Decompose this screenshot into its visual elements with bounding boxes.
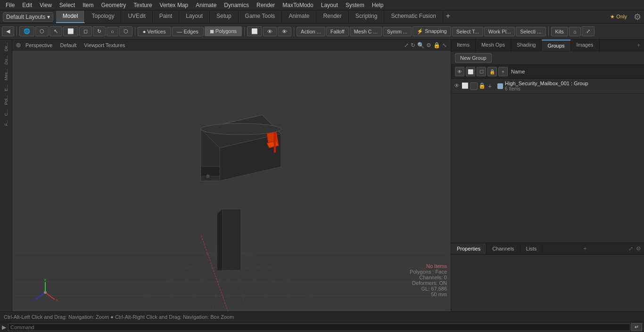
menu-edit[interactable]: Edit	[18, 1, 36, 9]
viewport-perspective[interactable]: Perspective	[23, 41, 55, 49]
command-go-button[interactable]: ↵	[631, 323, 642, 331]
toolbar-kits[interactable]: Kits	[551, 27, 568, 36]
menu-geometry[interactable]: Geometry	[98, 1, 130, 9]
groups-list[interactable]: 👁 ⬜ 🔒 + High_Security_Mailbox_001 : Grou…	[451, 79, 644, 243]
new-group-button[interactable]: New Group	[455, 53, 492, 63]
group-eye-icon[interactable]: 👁	[454, 82, 462, 90]
viewport-icon-settings[interactable]: ⚙	[426, 42, 431, 49]
toolbar-symmetry[interactable]: Symm ...	[383, 27, 412, 36]
sidebar-item-e[interactable]: E...	[3, 83, 9, 93]
toolbar-expand[interactable]: ⤢	[582, 26, 594, 36]
viewport-icon-zoom[interactable]: 🔍	[417, 42, 424, 49]
layout-tab-schematic-fusion[interactable]: Schematic Fusion	[384, 11, 443, 23]
group-render-icon[interactable]: ⬜	[462, 82, 469, 90]
toolbar-shield[interactable]: ⬡	[119, 26, 132, 36]
prop-tab-properties[interactable]: Properties	[451, 243, 487, 254]
menu-select[interactable]: Select	[56, 1, 79, 9]
canvas-area[interactable]: No Items Polygons : Face Channels: 0 Def…	[12, 51, 451, 311]
menu-animate[interactable]: Animate	[192, 1, 220, 9]
toolbar-select-rect[interactable]: ⬜	[63, 26, 78, 36]
viewport[interactable]: Perspective Default Viewport Textures ⤢ …	[12, 40, 451, 311]
prop-tab-lists[interactable]: Lists	[520, 243, 543, 254]
command-input[interactable]	[8, 324, 630, 331]
right-tab-items[interactable]: Items	[451, 40, 476, 51]
toolbar-action[interactable]: Action ...	[297, 27, 325, 36]
list-plus-icon[interactable]: +	[498, 67, 508, 76]
sidebar-item-de[interactable]: De...	[3, 40, 9, 53]
toolbar-edges[interactable]: — Edges	[172, 27, 204, 36]
default-layouts-button[interactable]: Default Layouts ▾	[3, 12, 53, 22]
toolbar-lasso[interactable]: ⬡	[35, 26, 49, 36]
group-row-mailbox[interactable]: 👁 ⬜ 🔒 + High_Security_Mailbox_001 : Grou…	[451, 79, 644, 94]
menu-system[interactable]: System	[342, 1, 368, 9]
toolbar-select-tool[interactable]: Select T...	[452, 27, 483, 36]
layout-tab-topology[interactable]: Topology	[85, 11, 121, 23]
menu-help[interactable]: Help	[368, 1, 388, 9]
prop-settings-icon[interactable]: ⚙	[635, 244, 642, 253]
layout-tab-model[interactable]: Model	[56, 11, 85, 23]
layout-tab-paint[interactable]: Paint	[153, 11, 179, 23]
toolbar-arrow[interactable]: ↖	[50, 26, 62, 36]
layout-settings-icon[interactable]: ⚙	[631, 11, 644, 23]
list-lock-icon[interactable]: 🔒	[487, 67, 497, 76]
toolbar-select-lasso2[interactable]: ◻	[79, 26, 92, 36]
toolbar-selection[interactable]: Selecti ...	[516, 27, 545, 36]
list-check-icon[interactable]: ☐	[477, 67, 486, 76]
sidebar-item-mes[interactable]: Mes...	[3, 67, 9, 82]
toolbar-rotate[interactable]: ↻	[93, 26, 106, 36]
list-render-icon[interactable]: ⬜	[466, 67, 475, 76]
layout-tab-render[interactable]: Render	[316, 11, 348, 23]
right-tab-images[interactable]: Images	[571, 40, 600, 51]
list-eye-icon[interactable]: 👁	[455, 67, 464, 76]
star-only-label[interactable]: ★ Only	[606, 13, 631, 21]
prop-tab-channels[interactable]: Channels	[487, 243, 520, 254]
toolbar-globe[interactable]: 🌐	[19, 26, 34, 36]
layout-tab-setup[interactable]: Setup	[210, 11, 238, 23]
toolbar-eye2[interactable]: 👁	[278, 27, 291, 36]
menu-file[interactable]: File	[2, 1, 18, 9]
right-tab-shading[interactable]: Shading	[511, 40, 542, 51]
toolbar-home[interactable]: ⌂	[569, 27, 581, 36]
sidebar-item-du[interactable]: Du...	[3, 54, 9, 66]
menu-render[interactable]: Render	[253, 1, 279, 9]
viewport-textures[interactable]: Viewport Textures	[81, 41, 128, 49]
sidebar-item-pol[interactable]: Pol...	[3, 93, 9, 107]
toolbar-eye[interactable]: 👁	[263, 27, 277, 36]
toolbar-snapping[interactable]: ⚡ Snapping	[413, 26, 451, 36]
menu-layout[interactable]: Layout	[317, 1, 342, 9]
viewport-icon-lock[interactable]: 🔒	[433, 42, 440, 49]
prop-tab-add[interactable]: +	[580, 243, 591, 254]
layout-tab-layout[interactable]: Layout	[179, 11, 210, 23]
toolbar-square-icon[interactable]: ⬜	[247, 26, 262, 36]
sidebar-item-f[interactable]: F...	[3, 118, 9, 128]
toolbar-mesh[interactable]: Mesh C ...	[350, 27, 382, 36]
viewport-icon-move[interactable]: ⤢	[404, 42, 409, 49]
toolbar-nav-left[interactable]: ◀	[2, 26, 14, 36]
viewport-default[interactable]: Default	[57, 41, 79, 49]
layout-tab-game-tools[interactable]: Game Tools	[239, 11, 282, 23]
layout-tab-scripting[interactable]: Scripting	[349, 11, 385, 23]
menu-texture[interactable]: Texture	[130, 1, 156, 9]
menu-view[interactable]: View	[36, 1, 56, 9]
prop-expand-icon[interactable]: ⤢	[627, 244, 634, 253]
sidebar-item-c[interactable]: C...	[3, 107, 9, 118]
toolbar-circle[interactable]: ○	[107, 27, 118, 36]
menu-dynamics[interactable]: Dynamics	[220, 1, 253, 9]
group-check-box[interactable]	[470, 82, 478, 90]
menu-item[interactable]: Item	[79, 1, 97, 9]
layout-tab-animate[interactable]: Animate	[282, 11, 316, 23]
layout-tab-add[interactable]: +	[443, 11, 453, 23]
toolbar-falloff[interactable]: Falloff	[326, 27, 349, 36]
right-tab-add[interactable]: +	[633, 40, 644, 51]
layout-tab-uvedit[interactable]: UVEdit	[121, 11, 152, 23]
right-tab-mesh-ops[interactable]: Mesh Ops	[476, 40, 511, 51]
menu-maxtomodo[interactable]: MaxToModo	[279, 1, 317, 9]
toolbar-vertices[interactable]: ● Vertices	[138, 27, 171, 36]
group-plus-icon[interactable]: +	[488, 82, 495, 90]
right-tab-groups[interactable]: Groups	[542, 40, 570, 51]
menu-vertex-map[interactable]: Vertex Map	[156, 1, 192, 9]
group-lock-icon[interactable]: 🔒	[479, 82, 486, 90]
viewport-icon-rotate[interactable]: ↻	[411, 42, 415, 49]
toolbar-polygons[interactable]: ◼ Polygons	[205, 26, 242, 36]
viewport-icon-expand[interactable]: ⤡	[442, 42, 447, 49]
